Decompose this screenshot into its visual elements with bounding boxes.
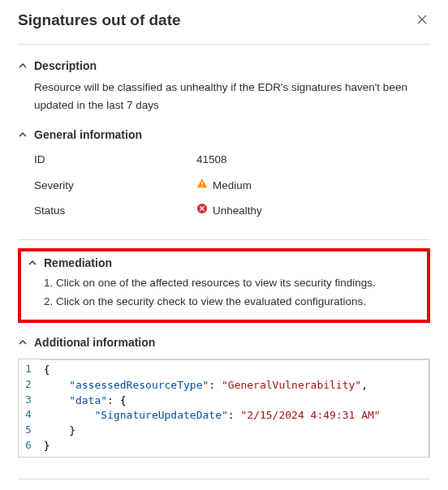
remediation-step: 2. Click on the security check to view t… [44, 293, 420, 312]
chevron-up-icon [18, 130, 28, 140]
json-key: "SignatureUpdateDate" [94, 409, 227, 421]
chevron-up-icon [18, 337, 28, 347]
remediation-step: 1. Click on one of the affected resource… [44, 274, 420, 293]
chevron-up-icon [18, 61, 28, 71]
line-number: 2 [25, 377, 35, 393]
status-text: Unhealthy [213, 202, 262, 220]
error-icon [196, 202, 208, 220]
svg-rect-4 [201, 185, 202, 186]
json-key: "data" [69, 394, 107, 406]
section-title: Remediation [44, 256, 112, 269]
section-description: Description Resource will be classified … [18, 53, 430, 122]
line-number: 4 [25, 407, 35, 423]
page-title: Signatures out of date [18, 11, 181, 29]
section-title: Additional information [34, 336, 155, 349]
code-viewer: 1 2 3 4 5 6 { "assessedResourceType": "G… [18, 359, 430, 458]
section-title: General information [34, 128, 142, 141]
detail-panel: Signatures out of date Description Resou… [0, 0, 448, 490]
panel-header: Signatures out of date [18, 11, 430, 29]
info-label-severity: Severity [34, 177, 196, 195]
section-header-description[interactable]: Description [18, 58, 430, 77]
section-additional-info: Additional information 1 2 3 4 5 6 { "as… [18, 334, 430, 464]
info-value-status: Unhealthy [196, 202, 430, 220]
divider [18, 44, 430, 45]
info-value-severity: Medium [196, 177, 430, 195]
info-value-id: 41508 [196, 151, 430, 169]
section-header-remediation[interactable]: Remediation [28, 256, 420, 274]
svg-rect-3 [201, 182, 202, 185]
divider [18, 239, 430, 240]
line-number: 3 [25, 393, 35, 408]
chevron-up-icon [28, 258, 37, 268]
line-number: 1 [25, 362, 35, 377]
line-number: 6 [25, 438, 35, 453]
section-header-general[interactable]: General information [18, 127, 430, 146]
code-body[interactable]: { "assessedResourceType": "GeneralVulner… [41, 359, 430, 457]
general-body: ID 41508 Severity Medium Status [18, 146, 430, 221]
warning-icon [196, 177, 208, 195]
divider [18, 479, 430, 479]
id-text: 41508 [196, 151, 227, 169]
close-button[interactable] [414, 11, 430, 28]
line-number: 5 [25, 423, 35, 438]
severity-text: Medium [213, 177, 252, 195]
info-label-id: ID [34, 151, 196, 169]
remediation-highlight: Remediation 1. Click on one of the affec… [18, 248, 430, 323]
json-value: "2/15/2024 4:49:31 AM" [240, 409, 380, 421]
close-icon [417, 15, 427, 24]
json-key: "assessedResourceType" [69, 379, 209, 391]
remediation-steps: 1. Click on one of the affected resource… [28, 274, 420, 312]
section-general-info: General information ID 41508 Severity [18, 122, 430, 228]
json-value: "GeneralVulnerability" [222, 379, 361, 391]
description-body: Resource will be classified as unhealthy… [18, 77, 430, 115]
section-title: Description [34, 59, 97, 72]
info-label-status: Status [34, 202, 196, 220]
line-gutter: 1 2 3 4 5 6 [19, 359, 41, 457]
info-table: ID 41508 Severity Medium Status [34, 148, 430, 220]
section-header-additional[interactable]: Additional information [18, 334, 430, 354]
